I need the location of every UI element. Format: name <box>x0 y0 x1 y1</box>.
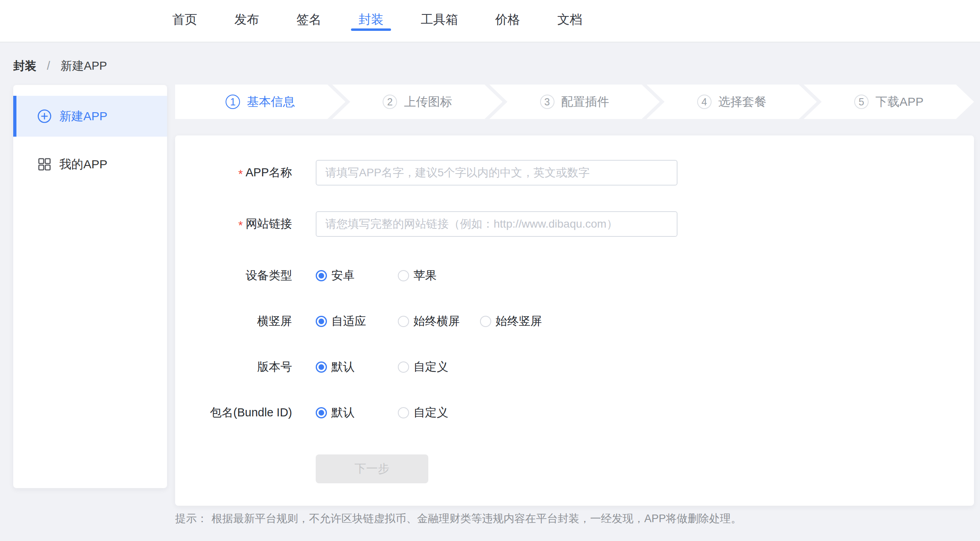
nav-list: 首页 发布 签名 封装 工具箱 价格 文档 <box>165 0 980 42</box>
steps-wizard: 1 基本信息 2 上传图标 3 配置插件 4 选择套餐 5 下载APP <box>175 85 974 119</box>
radio-label: 安卓 <box>331 268 355 284</box>
step-download-app: 5 下载APP <box>804 85 974 119</box>
radio-label: 始终竖屏 <box>496 313 542 329</box>
hint-text: 根据最新平台规则，不允许区块链虚拟币、金融理财类等违规内容在平台封装，一经发现，… <box>212 513 742 525</box>
nav-item-publish[interactable]: 发布 <box>227 0 267 42</box>
step-label: 基本信息 <box>247 94 295 110</box>
step-number: 1 <box>226 95 240 109</box>
radio-selected-icon <box>316 407 327 418</box>
nav-item-docs[interactable]: 文档 <box>550 0 590 42</box>
breadcrumb-separator: / <box>47 59 50 72</box>
form-row-bundle-id: 包名(Bundle ID) 默认 自定义 <box>175 402 974 424</box>
hint-label: 提示： <box>175 513 208 525</box>
radio-auto-orientation[interactable]: 自适应 <box>316 313 398 329</box>
field-label: *网站链接 <box>175 216 292 232</box>
form-row-version: 版本号 默认 自定义 <box>175 356 974 378</box>
step-basic-info: 1 基本信息 <box>175 85 345 119</box>
radio-unselected-icon <box>398 407 409 418</box>
step-label: 下载APP <box>875 94 924 110</box>
plus-circle-icon <box>38 109 51 123</box>
form-row-site-url: *网站链接 <box>175 211 974 237</box>
field-label: *APP名称 <box>175 165 292 181</box>
nav-item-toolbox[interactable]: 工具箱 <box>413 0 466 42</box>
radio-version-default[interactable]: 默认 <box>316 359 398 375</box>
radio-selected-icon <box>316 316 327 327</box>
sidebar-item-new-app[interactable]: 新建APP <box>13 96 167 137</box>
radio-android[interactable]: 安卓 <box>316 268 398 284</box>
top-navigation: 首页 发布 签名 封装 工具箱 价格 文档 <box>0 0 980 42</box>
required-asterisk: * <box>238 219 243 232</box>
site-url-input[interactable] <box>316 211 678 237</box>
sidebar-item-my-apps[interactable]: 我的APP <box>13 144 167 185</box>
field-label-text: 网站链接 <box>246 217 292 230</box>
radio-unselected-icon <box>398 316 409 327</box>
grid-icon <box>38 157 51 171</box>
breadcrumb-current: 新建APP <box>60 59 107 72</box>
sidebar-item-label: 我的APP <box>59 156 107 173</box>
field-label: 设备类型 <box>175 268 292 284</box>
field-label: 版本号 <box>175 359 292 375</box>
form-row-device-type: 设备类型 安卓 苹果 <box>175 264 974 287</box>
radio-label: 默认 <box>331 405 355 421</box>
nav-item-pricing[interactable]: 价格 <box>488 0 528 42</box>
orientation-radio-group: 自适应 始终横屏 始终竖屏 <box>316 313 562 329</box>
radio-always-landscape[interactable]: 始终横屏 <box>398 313 480 329</box>
step-configure-plugins: 3 配置插件 <box>489 85 659 119</box>
nav-item-home[interactable]: 首页 <box>165 0 205 42</box>
radio-label: 自定义 <box>413 405 448 421</box>
radio-unselected-icon <box>480 316 491 327</box>
required-asterisk: * <box>238 168 243 180</box>
sidebar: 新建APP 我的APP <box>13 85 167 488</box>
step-number: 3 <box>540 95 555 109</box>
radio-label: 始终横屏 <box>413 313 460 329</box>
form-row-app-name: *APP名称 <box>175 160 974 186</box>
nav-item-package[interactable]: 封装 <box>351 0 391 42</box>
bundle-id-radio-group: 默认 自定义 <box>316 405 480 421</box>
next-step-button[interactable]: 下一步 <box>316 454 428 483</box>
radio-ios[interactable]: 苹果 <box>398 268 480 284</box>
radio-unselected-icon <box>398 361 409 373</box>
field-label-text: APP名称 <box>246 166 292 179</box>
nav-item-signature[interactable]: 签名 <box>289 0 329 42</box>
sidebar-item-label: 新建APP <box>59 108 107 125</box>
radio-bundle-custom[interactable]: 自定义 <box>398 405 480 421</box>
step-upload-icon: 2 上传图标 <box>332 85 502 119</box>
radio-label: 默认 <box>331 359 355 375</box>
radio-always-portrait[interactable]: 始终竖屏 <box>480 313 562 329</box>
form-row-orientation: 横竖屏 自适应 始终横屏 始终竖屏 <box>175 310 974 333</box>
breadcrumb-section[interactable]: 封装 <box>13 59 36 72</box>
step-number: 2 <box>383 95 397 109</box>
app-name-input[interactable] <box>316 160 678 186</box>
version-radio-group: 默认 自定义 <box>316 359 480 375</box>
field-label: 包名(Bundle ID) <box>175 405 292 421</box>
device-type-radio-group: 安卓 苹果 <box>316 268 480 284</box>
radio-label: 苹果 <box>413 268 437 284</box>
step-label: 选择套餐 <box>718 94 766 110</box>
radio-label: 自适应 <box>331 313 366 329</box>
field-label: 横竖屏 <box>175 313 292 329</box>
step-label: 配置插件 <box>561 94 609 110</box>
step-number: 5 <box>854 95 869 109</box>
radio-version-custom[interactable]: 自定义 <box>398 359 480 375</box>
radio-bundle-default[interactable]: 默认 <box>316 405 398 421</box>
radio-selected-icon <box>316 270 327 281</box>
radio-unselected-icon <box>398 270 409 281</box>
step-choose-plan: 4 选择套餐 <box>647 85 817 119</box>
breadcrumb: 封装 / 新建APP <box>13 55 107 77</box>
radio-label: 自定义 <box>413 359 448 375</box>
footer-hint: 提示：根据最新平台规则，不允许区块链虚拟币、金融理财类等违规内容在平台封装，一经… <box>175 511 742 526</box>
radio-selected-icon <box>316 361 327 373</box>
form-card: *APP名称 *网站链接 设备类型 安卓 苹果 横竖屏 自适应 <box>175 135 974 506</box>
step-label: 上传图标 <box>404 94 452 110</box>
step-number: 4 <box>697 95 712 109</box>
